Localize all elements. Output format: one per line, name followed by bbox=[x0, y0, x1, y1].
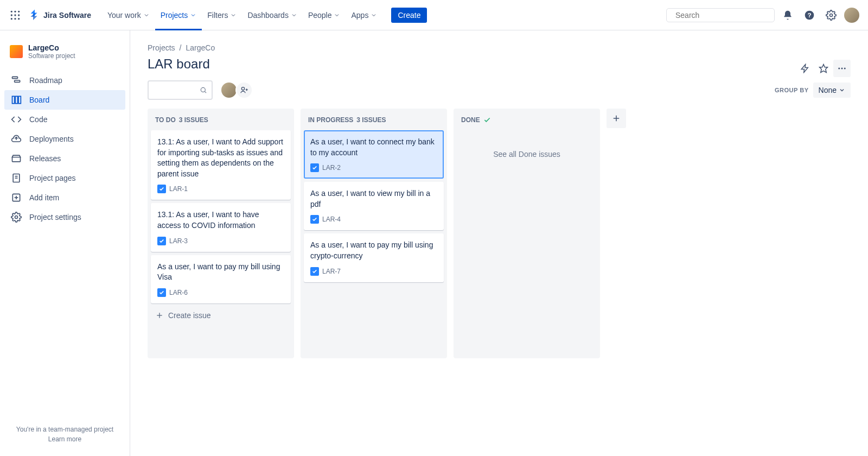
issue-title: As a user, I want to pay my bill using c… bbox=[310, 240, 437, 261]
search-icon bbox=[200, 86, 207, 94]
issue-card[interactable]: As a user, I want to pay my bill using V… bbox=[151, 255, 291, 303]
svg-point-28 bbox=[841, 68, 843, 69]
issue-title: As a user, I want to pay my bill using V… bbox=[157, 262, 284, 283]
nav-projects[interactable]: Projects bbox=[155, 7, 202, 24]
sidebar-item-code[interactable]: Code bbox=[4, 110, 125, 129]
svg-rect-16 bbox=[12, 96, 15, 103]
add-icon bbox=[11, 192, 22, 203]
plus-icon bbox=[155, 311, 164, 320]
breadcrumb-projects[interactable]: Projects bbox=[148, 43, 175, 52]
svg-point-1 bbox=[14, 10, 16, 12]
svg-rect-17 bbox=[15, 96, 17, 103]
more-actions-icon[interactable] bbox=[833, 60, 851, 77]
svg-rect-18 bbox=[18, 96, 21, 103]
main-content: Projects / LargeCo LAR board bbox=[130, 30, 868, 456]
svg-point-0 bbox=[11, 10, 12, 12]
add-people-button[interactable] bbox=[235, 81, 253, 99]
column-in-progress: IN PROGRESS 3 ISSUES As a user, I want t… bbox=[301, 109, 447, 358]
sidebar-item-project-settings[interactable]: Project settings bbox=[4, 207, 125, 227]
task-icon bbox=[157, 185, 166, 193]
add-column-button[interactable] bbox=[607, 109, 626, 128]
sidebar-item-board[interactable]: Board bbox=[4, 90, 125, 110]
svg-point-6 bbox=[11, 18, 12, 20]
sidebar-item-releases[interactable]: Releases bbox=[4, 149, 125, 168]
sidebar-item-project-pages[interactable]: Project pages bbox=[4, 168, 125, 188]
automation-icon[interactable] bbox=[796, 60, 814, 77]
board-search[interactable] bbox=[148, 80, 213, 100]
column-to-do: TO DO 3 ISSUES 13.1: As a user, I want t… bbox=[148, 109, 294, 358]
pages-icon bbox=[11, 173, 22, 183]
check-icon bbox=[483, 116, 491, 124]
releases-icon bbox=[11, 153, 22, 164]
kanban-board: TO DO 3 ISSUES 13.1: As a user, I want t… bbox=[148, 109, 851, 358]
svg-point-4 bbox=[14, 14, 16, 16]
create-issue-button[interactable]: Create issue bbox=[148, 306, 294, 325]
sidebar-item-add-item[interactable]: Add item bbox=[4, 188, 125, 207]
svg-point-29 bbox=[844, 68, 846, 69]
breadcrumbs: Projects / LargeCo bbox=[148, 43, 851, 52]
sidebar-item-roadmap[interactable]: Roadmap bbox=[4, 71, 125, 90]
nav-people[interactable]: People bbox=[303, 7, 346, 24]
jira-logo[interactable]: Jira Software bbox=[28, 9, 91, 22]
nav-apps[interactable]: Apps bbox=[346, 7, 382, 24]
help-icon[interactable]: ? bbox=[801, 7, 818, 24]
svg-point-8 bbox=[18, 18, 20, 20]
see-all-done-link[interactable]: See all Done issues bbox=[454, 128, 600, 180]
board-search-input[interactable] bbox=[153, 86, 200, 94]
star-icon[interactable] bbox=[815, 60, 832, 77]
nav-dashboards[interactable]: Dashboards bbox=[242, 7, 303, 24]
issue-key: LAR-6 bbox=[169, 289, 188, 296]
sidebar-item-deployments[interactable]: Deployments bbox=[4, 129, 125, 149]
top-navigation: Jira Software Your workProjectsFiltersDa… bbox=[0, 0, 868, 30]
project-header[interactable]: LargeCo Software project bbox=[4, 39, 125, 64]
settings-icon[interactable] bbox=[822, 7, 840, 24]
group-by-label: GROUP BY bbox=[775, 87, 808, 93]
learn-more-link[interactable]: Learn more bbox=[9, 435, 121, 443]
app-switcher-icon[interactable] bbox=[9, 9, 22, 22]
issue-card[interactable]: 13.1: As a user, I want to have access t… bbox=[151, 203, 291, 251]
sidebar-footer: You're in a team-managed project Learn m… bbox=[4, 421, 125, 447]
chevron-down-icon bbox=[839, 87, 845, 93]
svg-text:?: ? bbox=[807, 11, 811, 18]
task-icon bbox=[310, 163, 319, 172]
column-header: DONE bbox=[454, 109, 600, 128]
chevron-down-icon bbox=[291, 12, 297, 18]
user-avatar[interactable] bbox=[844, 8, 859, 23]
svg-point-30 bbox=[201, 87, 206, 92]
issue-key: LAR-7 bbox=[322, 268, 341, 275]
chevron-down-icon bbox=[190, 12, 196, 18]
nav-filters[interactable]: Filters bbox=[202, 7, 242, 24]
svg-point-32 bbox=[241, 87, 244, 90]
global-search[interactable] bbox=[666, 8, 775, 22]
nav-your-work[interactable]: Your work bbox=[102, 7, 155, 24]
project-type: Software project bbox=[28, 52, 75, 60]
chevron-down-icon bbox=[230, 12, 237, 18]
chevron-down-icon bbox=[143, 12, 150, 18]
search-input[interactable] bbox=[675, 11, 770, 20]
project-avatar-icon bbox=[10, 45, 23, 58]
column-done: DONE See all Done issues bbox=[454, 109, 600, 358]
issue-card[interactable]: As a user, I want to connect my bank to … bbox=[304, 130, 444, 179]
svg-point-5 bbox=[18, 14, 20, 16]
issue-card[interactable]: 13.1: As a user, I want to Add support f… bbox=[151, 130, 291, 200]
task-icon bbox=[310, 215, 319, 224]
svg-point-25 bbox=[15, 216, 18, 219]
issue-title: As a user, I want to view my bill in a p… bbox=[310, 188, 437, 210]
group-by-select[interactable]: None bbox=[813, 83, 851, 98]
sidebar: LargeCo Software project RoadmapBoardCod… bbox=[0, 30, 130, 456]
svg-point-7 bbox=[14, 18, 16, 20]
issue-card[interactable]: As a user, I want to view my bill in a p… bbox=[304, 182, 444, 230]
issue-key: LAR-1 bbox=[169, 185, 188, 193]
svg-rect-15 bbox=[15, 80, 20, 82]
svg-point-3 bbox=[11, 14, 12, 16]
issue-title: 13.1: As a user, I want to have access t… bbox=[157, 210, 284, 231]
create-button[interactable]: Create bbox=[391, 8, 427, 23]
task-icon bbox=[310, 267, 319, 276]
breadcrumb-project[interactable]: LargeCo bbox=[186, 43, 215, 52]
column-header: IN PROGRESS 3 ISSUES bbox=[301, 109, 447, 128]
project-name: LargeCo bbox=[28, 43, 75, 52]
notifications-icon[interactable] bbox=[779, 7, 796, 24]
issue-card[interactable]: As a user, I want to pay my bill using c… bbox=[304, 233, 444, 282]
assignee-filter bbox=[220, 81, 253, 99]
board-icon bbox=[11, 94, 22, 105]
